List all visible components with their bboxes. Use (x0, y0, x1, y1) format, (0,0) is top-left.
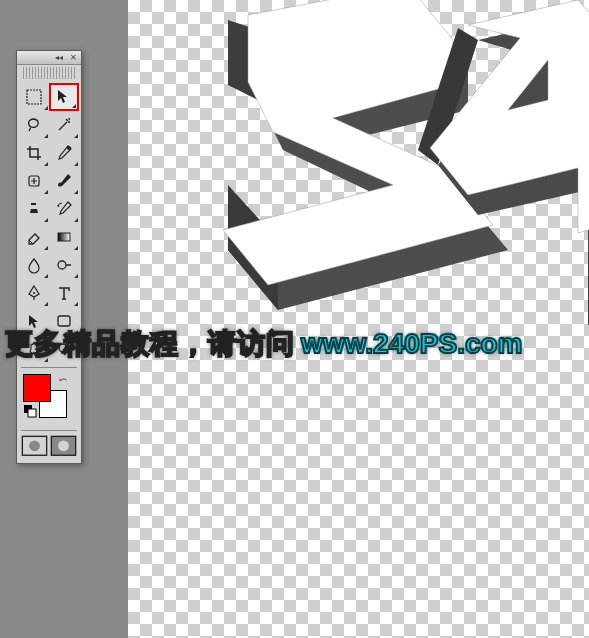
dodge-tool[interactable] (49, 251, 79, 279)
rectangular-marquee-tool[interactable] (19, 83, 49, 111)
panel-close-icon[interactable]: ✕ (67, 52, 79, 62)
divider (21, 367, 77, 368)
eraser-tool[interactable] (19, 223, 49, 251)
svg-point-11 (29, 441, 40, 452)
type-tool[interactable] (49, 279, 79, 307)
clone-stamp-tool[interactable] (19, 195, 49, 223)
svg-rect-3 (58, 233, 70, 241)
history-brush-tool[interactable] (49, 195, 79, 223)
gradient-tool[interactable] (49, 223, 79, 251)
foreground-color-swatch[interactable] (23, 374, 51, 402)
watermark-text-url: www.240PS.com (301, 328, 523, 360)
move-tool[interactable] (49, 83, 79, 111)
svg-rect-9 (28, 409, 36, 417)
magic-wand-tool[interactable] (49, 111, 79, 139)
watermark-text-cn: 更多精品教程，请访问 (5, 325, 295, 363)
edit-mode-row (17, 433, 81, 463)
svg-point-13 (58, 441, 69, 452)
svg-point-4 (58, 261, 66, 269)
tools-panel: ◂◂ ✕ (16, 50, 82, 464)
eyedropper-tool[interactable] (49, 139, 79, 167)
swap-colors-icon[interactable]: ⤺ (59, 374, 71, 386)
artwork-3d-text (128, 0, 589, 638)
svg-rect-0 (27, 90, 41, 104)
healing-brush-tool[interactable] (19, 167, 49, 195)
brush-tool[interactable] (49, 167, 79, 195)
watermark: 更多精品教程，请访问 www.240PS.com (5, 325, 585, 363)
standard-mode-icon[interactable] (21, 435, 48, 457)
quick-mask-mode-icon[interactable] (50, 435, 77, 457)
document-canvas[interactable] (128, 0, 589, 638)
crop-tool[interactable] (19, 139, 49, 167)
panel-grip[interactable] (23, 67, 75, 79)
svg-point-1 (67, 146, 71, 150)
default-colors-icon[interactable] (23, 404, 37, 418)
divider (21, 430, 77, 431)
panel-collapse-icon[interactable]: ◂◂ (53, 52, 65, 62)
svg-point-5 (33, 292, 35, 294)
color-swatches: ⤺ (21, 372, 77, 426)
panel-header: ◂◂ ✕ (17, 51, 81, 65)
blur-tool[interactable] (19, 251, 49, 279)
tool-grid (17, 81, 81, 365)
lasso-tool[interactable] (19, 111, 49, 139)
pen-tool[interactable] (19, 279, 49, 307)
